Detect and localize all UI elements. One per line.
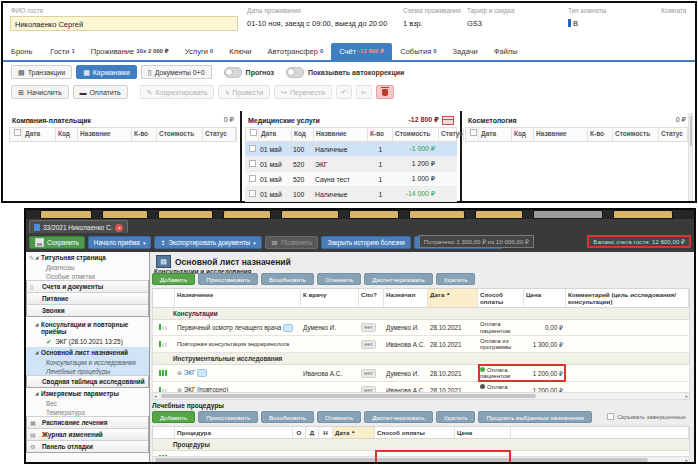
patient-tab[interactable] bbox=[349, 210, 399, 219]
service-row[interactable]: 01 май520ЭКГ 11 200 ₽ bbox=[245, 157, 457, 172]
repeat-icon: ⊕ bbox=[177, 370, 182, 376]
patient-tab[interactable] bbox=[409, 210, 465, 219]
patient-tab[interactable] bbox=[533, 210, 603, 219]
tab-guests[interactable]: Гости1 bbox=[42, 43, 82, 60]
pay-button[interactable]: ▬Оплатить bbox=[73, 85, 128, 99]
tab-keys[interactable]: Ключи bbox=[221, 43, 259, 60]
cancel-button[interactable]: Отменить bbox=[317, 273, 361, 285]
dispatch-button[interactable]: Диспетчеризовать bbox=[364, 411, 433, 423]
comment-bubble-icon[interactable] bbox=[197, 369, 207, 377]
close-history-button[interactable]: Закрыть историю болезни bbox=[321, 236, 411, 249]
comment-bubble-icon[interactable] bbox=[283, 324, 293, 332]
tab-transfer[interactable]: Автотрансфер0 bbox=[260, 43, 332, 60]
select-all-checkbox[interactable] bbox=[14, 129, 21, 136]
tab-files[interactable]: Файлы bbox=[486, 43, 526, 60]
delete-charge-button[interactable] bbox=[376, 85, 394, 99]
sidebar-item-title-page[interactable]: ✎ ◢ Титульная страница bbox=[26, 252, 149, 263]
sidebar-item-measured-params[interactable]: ◢ Измеряемые параметры bbox=[26, 388, 149, 399]
dispatch-button[interactable]: Диспетчеризовать bbox=[364, 273, 433, 285]
move-button[interactable]: ↪Перенести bbox=[274, 85, 332, 99]
panel-splitter[interactable] bbox=[240, 111, 242, 201]
row-checkbox[interactable] bbox=[249, 160, 256, 167]
pause-button[interactable]: Приостановить bbox=[198, 411, 258, 423]
patient-tab[interactable] bbox=[223, 210, 271, 219]
patient-tab[interactable] bbox=[158, 210, 213, 219]
documents-button[interactable]: ▯Документы 0+0 bbox=[141, 65, 212, 79]
row-checkbox[interactable] bbox=[249, 145, 256, 152]
extend-selected-button[interactable]: Продлить выбранные назначения bbox=[478, 411, 592, 423]
sidebar-item-main-list[interactable]: ◢ Основной лист назначений bbox=[26, 347, 149, 358]
assignment-row[interactable]: ⊕ ЭКГ Иванова А.С. нет Думенко И. 28.10.… bbox=[152, 365, 690, 382]
tab-tasks[interactable]: Задачи bbox=[445, 43, 486, 60]
scissors-icon: ✂ bbox=[361, 89, 367, 96]
date-column-header[interactable]: Дата ▲ bbox=[333, 427, 375, 438]
assignment-row[interactable]: Повторная консультация эндокринолога нет… bbox=[152, 336, 690, 353]
resume-button[interactable]: Возобновить bbox=[261, 273, 314, 285]
history-doc-icon bbox=[34, 224, 40, 231]
tariff-label: Тариф и скидка bbox=[467, 7, 514, 14]
start-visit-button[interactable]: Начало приёма▾ bbox=[88, 236, 152, 249]
export-documents-button[interactable]: ↥Экспортировать документы▾ bbox=[154, 236, 261, 249]
pause-button[interactable]: Приостановить bbox=[198, 273, 258, 285]
close-tab-icon[interactable]: × bbox=[115, 224, 123, 232]
correct-button[interactable]: ✎Корректировать bbox=[140, 85, 215, 99]
charge-button[interactable]: ⊞Начислить bbox=[11, 85, 69, 99]
assignments-hscrollbar[interactable]: ◂▸ bbox=[152, 392, 690, 400]
sidebar-item-weight[interactable]: Вес bbox=[26, 399, 149, 408]
delete-button[interactable]: Удалить bbox=[436, 273, 476, 285]
sidebar-item-ekg-done[interactable]: ✔ ЭКГ (28.10.2021 13:25) bbox=[26, 337, 149, 347]
transactions-button[interactable]: ▤Транзакции bbox=[11, 65, 72, 79]
row-checkbox[interactable] bbox=[249, 190, 256, 197]
tab-bron[interactable]: Бронь bbox=[3, 43, 42, 60]
save-button[interactable]: Сохранить bbox=[29, 236, 85, 249]
split-button[interactable]: ✂ bbox=[356, 85, 372, 99]
sidebar-item-consultations[interactable]: ◢ Консультации и повторные приёмы bbox=[26, 317, 149, 337]
cancel-button[interactable]: Отменить bbox=[317, 411, 361, 423]
patient-tab[interactable] bbox=[102, 210, 148, 219]
expand-icon: ◢ bbox=[35, 322, 38, 327]
procedures-hscrollbar[interactable]: ▸ bbox=[152, 456, 690, 462]
tab-account[interactable]: Счёт-12 800 ₽ bbox=[331, 43, 392, 60]
call-button[interactable]: ☎Позвонить bbox=[265, 236, 319, 249]
sidebar-item-consults-research[interactable]: Консультации и исследования bbox=[26, 358, 149, 367]
tab-stay[interactable]: Проживание10х 2 000 ₽ bbox=[83, 43, 177, 60]
add-button[interactable]: Добавить bbox=[152, 411, 195, 423]
add-button[interactable]: Добавить bbox=[152, 273, 195, 285]
tab-events[interactable]: События0 bbox=[392, 43, 444, 60]
history-tab[interactable]: 33/2021 Николаенко С. × bbox=[29, 220, 128, 234]
tab-services[interactable]: Услуги0 bbox=[177, 43, 221, 60]
autocorrections-toggle[interactable] bbox=[286, 67, 304, 78]
patient-tab[interactable] bbox=[281, 210, 339, 219]
assignment-row[interactable]: Первичный осмотр лечащего врача Думенко … bbox=[152, 320, 690, 336]
cart-icon: ⊞ bbox=[18, 89, 24, 96]
guest-name-input[interactable]: Николаенко Сергей bbox=[10, 16, 238, 31]
forecast-toggle[interactable] bbox=[224, 67, 242, 78]
select-all-checkbox[interactable] bbox=[250, 129, 257, 136]
company-payer-columns: ДатаКодНазвание К-воСтоимостьСтатус bbox=[9, 127, 237, 142]
undo-button[interactable]: ↶ bbox=[336, 85, 352, 99]
service-row[interactable]: 01 май100Наличные 1-14 000 ₽ bbox=[245, 187, 457, 202]
post-button[interactable]: ϟПровести bbox=[218, 85, 270, 99]
row-checkbox[interactable] bbox=[249, 175, 256, 182]
resume-button[interactable]: Возобновить bbox=[261, 411, 314, 423]
service-row[interactable]: 01 май100Наличные 1-1 000 ₽ bbox=[245, 142, 457, 157]
panel-splitter[interactable] bbox=[460, 111, 462, 201]
date-column-header[interactable]: Дата ▲ bbox=[428, 289, 478, 307]
spent-indicator: Потрачено 1 300,00 ₽ из 10 000,00 ₽ bbox=[419, 235, 534, 248]
ekg-link[interactable]: ЭКГ bbox=[184, 369, 196, 376]
sidebar-item-debug-panel[interactable]: ⚙ Панель отладки bbox=[26, 440, 149, 453]
patient-tab[interactable] bbox=[475, 210, 523, 219]
hide-completed-control[interactable]: Скрывать завершенные bbox=[605, 413, 686, 420]
service-row[interactable]: 01 май520Сауна тест 11 000 ₽ bbox=[245, 172, 457, 187]
hide-completed-checkbox[interactable] bbox=[607, 413, 614, 420]
delete-button[interactable]: Удалить bbox=[436, 411, 476, 423]
sidebar-item-diagnoses[interactable]: Диагнозы bbox=[26, 263, 149, 272]
pockets-button[interactable]: ▦Карманами bbox=[76, 65, 137, 79]
patient-tab[interactable] bbox=[613, 210, 673, 219]
patient-tab[interactable] bbox=[40, 210, 92, 219]
cito-badge: нет bbox=[361, 340, 376, 349]
select-all-checkbox[interactable] bbox=[470, 129, 477, 136]
sidebar-item-summary-table[interactable]: Сводная таблица исследований bbox=[26, 375, 149, 388]
group-consultations: Консультации bbox=[152, 308, 690, 320]
sidebar-item-calls[interactable]: Звонки bbox=[26, 304, 149, 317]
